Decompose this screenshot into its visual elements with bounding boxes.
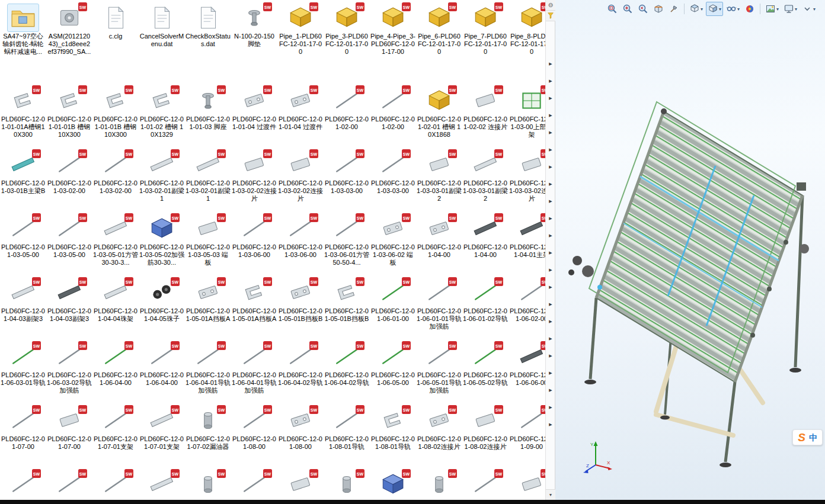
file-item[interactable]: SWPLD60FC-12-01-03-05-00	[0, 214, 46, 278]
expand-arrow-icon[interactable]: ▶	[549, 319, 552, 323]
file-item[interactable]: SWPLD60FC-12-01-04-03副架3	[0, 278, 46, 342]
expand-arrow-icon[interactable]: ▶	[549, 233, 552, 237]
expand-arrow-icon[interactable]: ▶	[549, 130, 552, 134]
dynamic-annotation-button[interactable]	[667, 2, 681, 16]
file-item[interactable]: SWPLD60FC-12-01-1...	[46, 470, 92, 500]
file-item[interactable]: SWPLD60FC-12-01-04-04珠架	[92, 278, 139, 342]
file-item[interactable]: SWPLD60FC-12-01-02-00	[370, 86, 416, 150]
expand-arrow-icon[interactable]: ▶	[549, 388, 552, 392]
display-style-button[interactable]: ▾	[706, 2, 723, 16]
file-item[interactable]: SWPLD60FC-12-01-03-02-01副梁1	[139, 150, 185, 214]
file-item[interactable]: SWPLD60FC-12-01-07-02漏油器	[185, 406, 231, 470]
expand-arrow-icon[interactable]: ▶	[549, 147, 552, 152]
expand-arrow-icon[interactable]: ▶	[549, 336, 552, 341]
file-item[interactable]: SWPLD60FC-12-01-03-06-02 端板	[370, 214, 416, 278]
file-item[interactable]: SWPLD60FC-12-01-06-04-02导轨	[324, 342, 370, 406]
expand-arrow-icon[interactable]: ▶	[549, 251, 552, 255]
file-item[interactable]: SWPLD60FC-12-01-06-05-00	[370, 342, 416, 406]
file-item[interactable]: SWPLD60FC-12-01-03-03-01副梁2	[462, 150, 509, 214]
file-item[interactable]: SWPLD60FC-12-01-06-04-00	[92, 342, 139, 406]
expand-arrow-icon[interactable]: ▶	[549, 199, 552, 203]
file-item[interactable]: SWPLD60FC-12-01-03-06-01方管50-50-4...	[324, 214, 370, 278]
expand-button[interactable]: ▾	[800, 2, 817, 16]
file-item[interactable]: SA47~97空心轴斜齿轮-蜗轮蜗杆减速电...	[0, 4, 46, 86]
file-item[interactable]: c.clg	[92, 4, 139, 86]
file-item[interactable]: SWPipe_6-PLD60FC-12-01-17-00	[416, 4, 462, 86]
model-canvas[interactable]	[564, 83, 825, 474]
file-item[interactable]: SWPLD60FC-12-01-08-01导轨	[370, 406, 416, 470]
file-item[interactable]: SWPLD60FC-12-01-08-00	[231, 406, 277, 470]
file-item[interactable]: SWPLD60FC-12-01-06-05-02导轨	[462, 342, 509, 406]
file-item[interactable]: SWPLD60FC-12-01-1...	[324, 470, 370, 500]
expand-arrow-icon[interactable]: ▶	[549, 96, 552, 100]
file-item[interactable]: SWN-100-20-150脚垫	[231, 4, 277, 86]
file-item[interactable]: SWPLD60FC-12-01-08-02连接片	[416, 406, 462, 470]
edit-appearance-button[interactable]	[743, 2, 757, 16]
file-item[interactable]: SWPLD60FC-12-01-01-04 过渡件	[277, 86, 324, 150]
file-item[interactable]: SWPLD60FC-12-01-04-01主架	[509, 214, 545, 278]
file-item[interactable]: SWPLD60FC-12-01-04-00	[416, 214, 462, 278]
file-item[interactable]: SWPipe_3-PLD60FC-12-01-17-00	[324, 4, 370, 86]
file-item[interactable]: SWPLD60FC-12-01-02-01 槽钢 10X1868	[416, 86, 462, 150]
file-item[interactable]: SWPLD60FC-12-01-04-00	[462, 214, 509, 278]
expand-arrow-icon[interactable]: ▶	[549, 62, 552, 66]
file-item[interactable]: SWPipe_8-PLD60FC-12-01-17-00	[509, 4, 545, 86]
file-item[interactable]: CancelSolverMenu.dat	[139, 4, 185, 86]
file-item[interactable]: SWPLD60FC-12-01-1...	[185, 470, 231, 500]
file-item[interactable]: SWPLD60FC-12-01-03-02-01副梁1	[185, 150, 231, 214]
file-item[interactable]: SWPLD60FC-12-01-06-05-01导轨加强筋	[416, 342, 462, 406]
zoom-to-fit-button[interactable]	[605, 2, 619, 16]
file-item[interactable]: SWPLD60FC-12-01-1...	[0, 470, 46, 500]
file-item[interactable]: SWPLD60FC-12-01-1...	[277, 470, 324, 500]
expand-arrow-icon[interactable]: ▶	[549, 371, 552, 375]
previous-view-button[interactable]	[636, 2, 650, 16]
file-item[interactable]: SWPLD60FC-12-01-05-01B挡板B	[277, 278, 324, 342]
file-item[interactable]: SWPLD60FC-12-01-01-01B 槽钢 10X300	[92, 86, 139, 150]
file-item[interactable]: SWPLD60FC-12-01-07-01支架	[139, 406, 185, 470]
scroll-down-button[interactable]: ▼	[546, 489, 555, 500]
ime-indicator[interactable]: S 中	[792, 429, 823, 445]
file-item[interactable]: SWPLD60FC-12-01-05-01A挡板A	[231, 278, 277, 342]
file-item[interactable]: SWPLD60FC-12-01-03-05-02加强筋30-30...	[139, 214, 185, 278]
file-item[interactable]: SWASM(201212043)_c1d8eee2ef37f990_SA...	[46, 4, 92, 86]
file-item[interactable]: SWPLD60FC-12-01-1...	[416, 470, 462, 500]
file-item[interactable]: SWPLD60FC-12-01-07-00	[46, 406, 92, 470]
file-item[interactable]: CheckBoxStatus.dat	[185, 4, 231, 86]
file-item[interactable]: SWPLD60FC-12-01-1...	[509, 470, 545, 500]
solidworks-viewport[interactable]: ▾▾▾▾▾▾	[555, 0, 825, 500]
file-item[interactable]: SWPLD60FC-12-01-1...	[231, 470, 277, 500]
file-item[interactable]: SWPLD60FC-12-01-03-03-01副梁2	[416, 150, 462, 214]
file-item[interactable]: SWPLD60FC-12-01-06-03-01导轨	[0, 342, 46, 406]
expand-arrow-icon[interactable]: ▶	[549, 79, 552, 83]
section-view-button[interactable]	[651, 2, 666, 16]
file-item[interactable]: SWPLD60FC-12-01-06-02-00	[509, 278, 545, 342]
file-item[interactable]: SWPLD60FC-12-01-07-01支架	[92, 406, 139, 470]
file-item[interactable]: SWPLD60FC-12-01-01-01A槽钢10X300	[0, 86, 46, 150]
file-item[interactable]: SWPLD60FC-12-01-08-00	[277, 406, 324, 470]
collapse-button[interactable]: ⊖	[546, 0, 555, 11]
file-item[interactable]: SWPLD60FC-12-01-1...	[92, 470, 139, 500]
file-item[interactable]: SWPLD60FC-12-01-1...	[139, 470, 185, 500]
file-item[interactable]: SWPLD60FC-12-01-03-05-00	[46, 214, 92, 278]
filter-button[interactable]	[546, 11, 555, 21]
file-item[interactable]: SWPLD60FC-12-01-07-00	[0, 406, 46, 470]
file-item[interactable]: SWPLD60FC-12-01-05-01B挡板B	[324, 278, 370, 342]
file-item[interactable]: SWPLD60FC-12-01-06-01-02导轨	[462, 278, 509, 342]
file-item[interactable]: SWPLD60FC-12-01-06-06-00	[509, 342, 545, 406]
file-item[interactable]: SWPLD60FC-12-01-01-01B 槽钢 10X300	[46, 86, 92, 150]
expand-arrow-icon[interactable]: ▶	[549, 165, 552, 169]
file-item[interactable]: SWPLD60FC-12-01-1...	[370, 470, 416, 500]
expand-arrow-icon[interactable]: ▶	[549, 182, 552, 186]
file-item[interactable]: SWPLD60FC-12-01-03-03-02连接片	[509, 150, 545, 214]
file-item[interactable]: SWPLD60FC-12-01-08-01导轨	[324, 406, 370, 470]
expand-arrow-icon[interactable]: ▶	[549, 422, 552, 426]
expand-arrow-icon[interactable]: ▶	[549, 285, 552, 289]
file-item[interactable]: SWPLD60FC-12-01-01-02 槽钢 10X1329	[139, 86, 185, 150]
file-item[interactable]: SWPLD60FC-12-01-03-00上部框架	[509, 86, 545, 150]
file-item[interactable]: SWPLD60FC-12-01-06-04-00	[139, 342, 185, 406]
file-item[interactable]: SWPipe_1-PLD60FC-12-01-17-00	[277, 4, 324, 86]
expand-arrow-icon[interactable]: ▶	[549, 302, 552, 306]
hide-show-items-button[interactable]: ▾	[724, 2, 741, 16]
file-browser-pane[interactable]: SA47~97空心轴斜齿轮-蜗轮蜗杆减速电...SWASM(201212043)…	[0, 0, 545, 500]
file-item[interactable]: SWPipe_7-PLD60FC-12-01-17-00	[462, 4, 509, 86]
